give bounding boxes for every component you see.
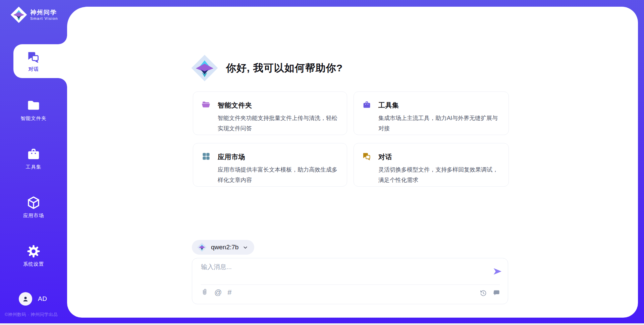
sidebar-item-label: 对话 xyxy=(29,66,39,72)
greeting-text: 你好, 我可以如何帮助你? xyxy=(226,61,343,75)
folder-open-icon xyxy=(202,100,211,109)
tab-fillet-top xyxy=(58,36,67,44)
tab-fillet-bottom xyxy=(58,78,67,87)
message-composer: @ # xyxy=(192,258,508,304)
horizontal-scrollbar[interactable] xyxy=(0,323,644,325)
card-description: 应用市场提供丰富长文本模板，助力高效生成多样化文章内容 xyxy=(218,165,341,186)
toolbox-icon xyxy=(26,147,41,161)
model-name: qwen2:7b xyxy=(211,244,238,251)
brand-name: 神州问学 xyxy=(30,9,58,16)
sidebar-item-label: 智能文件夹 xyxy=(20,115,47,122)
card-description: 智能文件夹功能支持批量文件上传与清洗，轻松实现文件问答 xyxy=(218,113,341,135)
sidebar-item-app-market[interactable]: 应用市场 xyxy=(0,190,67,224)
send-button[interactable] xyxy=(492,266,502,276)
active-tab-background xyxy=(13,44,67,78)
chat-bubbles-icon xyxy=(362,152,371,161)
chevron-down-icon xyxy=(243,245,248,250)
card-description: 集成市场上主流工具，助力AI与外界无缝扩展与对接 xyxy=(378,113,502,135)
diamond-logo-icon xyxy=(10,6,28,23)
sidebar-item-label: 应用市场 xyxy=(23,212,44,219)
chat-bubble-icon[interactable] xyxy=(493,289,500,297)
person-icon xyxy=(21,295,30,303)
card-title: 工具集 xyxy=(378,101,502,110)
folder-icon xyxy=(26,98,41,113)
feature-cards: 智能文件夹 智能文件夹功能支持批量文件上传与清洗，轻松实现文件问答 工具集 集成… xyxy=(193,91,509,187)
copyright-footer: ©神州数码 · 神州问学出品 xyxy=(5,312,58,318)
card-title: 应用市场 xyxy=(218,152,341,161)
main-panel: 你好, 我可以如何帮助你? 智能文件夹 智能文件夹功能支持批量文件上传与清洗，轻… xyxy=(67,7,638,318)
composer-divider xyxy=(201,284,500,285)
card-toolbox[interactable]: 工具集 集成市场上主流工具，助力AI与外界无缝扩展与对接 xyxy=(354,91,509,135)
sidebar-item-settings[interactable]: 系统设置 xyxy=(0,239,67,272)
diamond-logo-icon xyxy=(197,242,207,252)
history-icon[interactable] xyxy=(479,289,487,297)
brand-logo: 神州问学 Smart Vision xyxy=(10,6,58,23)
chat-bubbles-icon xyxy=(27,50,40,64)
card-app-market[interactable]: 应用市场 应用市场提供丰富长文本模板，助力高效生成多样化文章内容 xyxy=(193,143,347,187)
apps-grid-icon xyxy=(202,152,211,161)
card-title: 智能文件夹 xyxy=(218,101,341,110)
cube-icon xyxy=(26,195,41,210)
diamond-logo-icon xyxy=(191,54,219,82)
card-title: 对话 xyxy=(378,152,502,161)
brand-subtitle: Smart Vision xyxy=(30,16,58,20)
composer-right-tools xyxy=(479,289,500,297)
brand-text: 神州问学 Smart Vision xyxy=(30,9,58,21)
toolbox-icon xyxy=(362,100,371,109)
message-input[interactable] xyxy=(201,263,489,282)
avatar xyxy=(19,292,32,306)
sidebar-item-smart-folder[interactable]: 智能文件夹 xyxy=(0,93,67,127)
user-account[interactable]: AD xyxy=(19,292,47,306)
sidebar: 神州问学 Smart Vision 对话 智能文件夹 xyxy=(0,0,67,325)
paperclip-icon[interactable] xyxy=(201,288,209,296)
user-initials: AD xyxy=(38,295,47,303)
card-chat[interactable]: 对话 灵活切换多模型文件，支持多样回复效果调试，满足个性化需求 xyxy=(354,143,509,187)
at-sign-icon[interactable]: @ xyxy=(214,289,222,296)
sidebar-item-label: 系统设置 xyxy=(23,261,44,267)
sidebar-item-chat[interactable]: 对话 xyxy=(0,44,67,78)
model-selector[interactable]: qwen2:7b xyxy=(192,240,254,255)
sidebar-item-toolbox[interactable]: 工具集 xyxy=(0,141,67,175)
composer-toolbar: @ # xyxy=(201,288,232,296)
card-description: 灵活切换多模型文件，支持多样回复效果调试，满足个性化需求 xyxy=(378,165,502,186)
greeting: 你好, 我可以如何帮助你? xyxy=(191,54,343,82)
sidebar-item-label: 工具集 xyxy=(26,164,42,170)
gear-icon xyxy=(26,244,41,259)
card-smart-folder[interactable]: 智能文件夹 智能文件夹功能支持批量文件上传与清洗，轻松实现文件问答 xyxy=(193,91,347,135)
send-icon xyxy=(492,266,502,276)
hash-icon[interactable]: # xyxy=(227,289,231,296)
